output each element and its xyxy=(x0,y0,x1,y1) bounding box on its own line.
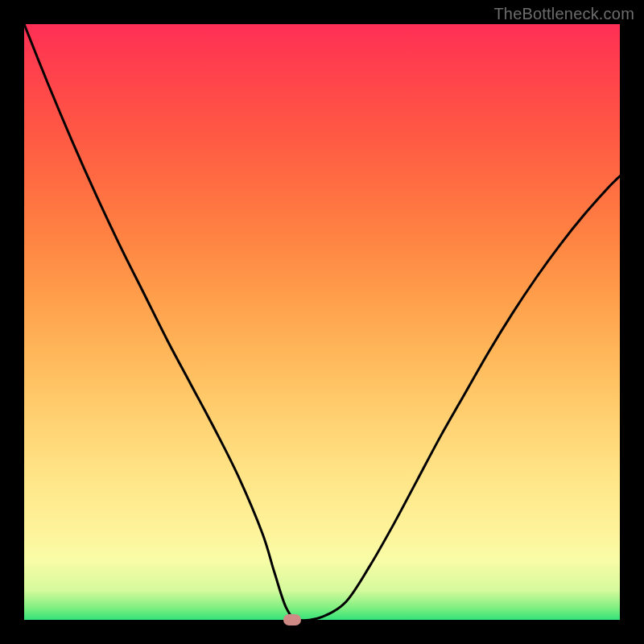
chart-frame: TheBottleneck.com xyxy=(0,0,644,644)
plot-area xyxy=(24,24,620,620)
watermark-text: TheBottleneck.com xyxy=(493,5,634,23)
minimum-marker xyxy=(283,614,301,625)
bottleneck-curve xyxy=(24,24,620,620)
